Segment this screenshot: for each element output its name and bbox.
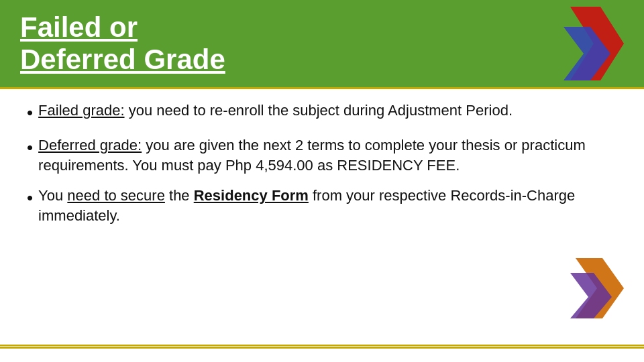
header-bar: Failed or Deferred Grade (0, 0, 644, 87)
header-chevron-icon (564, 7, 624, 80)
bottom-accent-line (0, 347, 644, 349)
top-accent-line (0, 87, 644, 89)
bullet-1-body: you need to re-enroll the subject during… (125, 102, 513, 119)
title-line1: Failed or (20, 11, 138, 43)
bullet-3-prefix: You (38, 187, 67, 204)
term-deferred: Deferred grade: (38, 137, 142, 154)
bottom-chevron-icon (570, 258, 624, 318)
bullet-text-1: Failed grade: you need to re-enroll the … (38, 101, 617, 121)
bullet-item-1: • Failed grade: you need to re-enroll th… (27, 101, 617, 125)
bullet-text-3: You need to secure the Residency Form fr… (38, 186, 617, 225)
bullet-text-2: Deferred grade: you are given the next 2… (38, 135, 617, 175)
page-title: Failed or Deferred Grade (20, 11, 624, 76)
bottom-accent-line-2 (0, 345, 644, 346)
bullet-dot-2: • (27, 136, 33, 160)
header-title-block: Failed or Deferred Grade (20, 11, 624, 76)
bullet-3-middle: the (165, 187, 194, 204)
content-area: • Failed grade: you need to re-enroll th… (13, 94, 631, 342)
term-failed: Failed grade: (38, 102, 124, 119)
bullet-dot-1: • (27, 101, 33, 125)
bullet-dot-3: • (27, 186, 33, 210)
bullet-3-underline: need to secure (67, 187, 165, 204)
title-line2: Deferred Grade (20, 44, 225, 75)
bullet-list: • Failed grade: you need to re-enroll th… (27, 101, 617, 226)
bullet-item-2: • Deferred grade: you are given the next… (27, 135, 617, 175)
bullet-3-bold: Residency Form (194, 187, 309, 204)
bullet-item-3: • You need to secure the Residency Form … (27, 186, 617, 225)
